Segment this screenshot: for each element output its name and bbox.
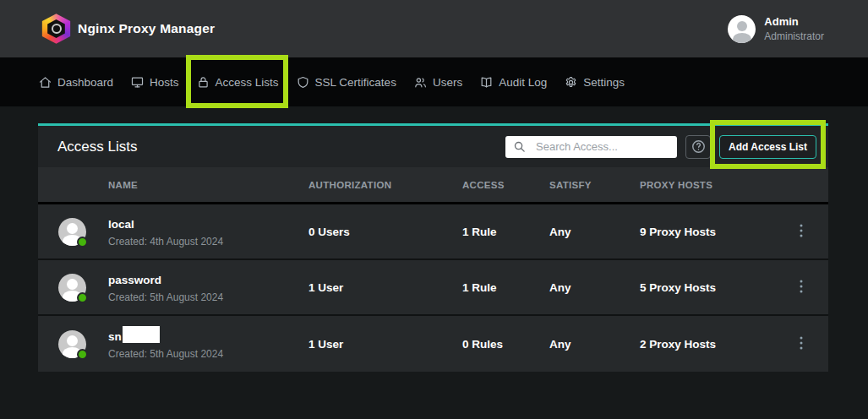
panel-title: Access Lists <box>57 139 137 155</box>
status-online-dot <box>77 349 88 360</box>
book-icon <box>479 75 494 90</box>
help-icon <box>691 139 707 155</box>
nav-settings[interactable]: Settings <box>564 75 625 90</box>
nav-audit-log[interactable]: Audit Log <box>479 75 547 90</box>
created-date: Created: 5th August 2024 <box>108 348 223 360</box>
table-body: local Created: 4th August 2024 0 Users 1… <box>38 204 828 372</box>
authorization-cell: 1 User <box>308 338 462 351</box>
home-icon <box>38 75 52 90</box>
satisfy-cell: Any <box>549 338 640 351</box>
table-row[interactable]: local Created: 4th August 2024 0 Users 1… <box>38 204 828 260</box>
row-menu-button[interactable] <box>800 336 803 352</box>
column-name: NAME <box>38 180 308 190</box>
nav-users[interactable]: Users <box>413 75 462 90</box>
search-icon <box>513 140 526 153</box>
access-lists-panel: Access Lists Add Access List NAME AUTHOR… <box>38 123 828 372</box>
satisfy-cell: Any <box>549 226 640 238</box>
app-title: Nginx Proxy Manager <box>78 21 215 36</box>
redaction-box <box>123 326 160 343</box>
help-button[interactable] <box>685 135 711 159</box>
kebab-icon <box>800 280 803 293</box>
add-access-list-button[interactable]: Add Access List <box>719 135 816 159</box>
access-cell: 1 Rule <box>462 281 549 294</box>
kebab-icon <box>800 336 803 350</box>
authorization-cell: 1 User <box>308 281 462 294</box>
access-cell: 0 Rules <box>462 338 549 351</box>
proxy-hosts-cell: 9 Proxy Hosts <box>640 226 782 238</box>
user-role: Administrator <box>764 30 824 42</box>
table-header: NAME AUTHORIZATION ACCESS SATISFY PROXY … <box>38 167 828 204</box>
access-cell: 1 Rule <box>462 226 549 238</box>
row-menu-button[interactable] <box>800 280 803 296</box>
column-satisfy: SATISFY <box>549 180 640 190</box>
app-logo <box>41 14 72 45</box>
lock-icon <box>196 75 210 90</box>
nav-ssl-certificates[interactable]: SSL Certificates <box>296 75 396 90</box>
nav-access-lists[interactable]: Access Lists <box>196 75 279 90</box>
created-date: Created: 4th August 2024 <box>108 236 223 248</box>
nav-dashboard[interactable]: Dashboard <box>38 75 113 90</box>
search-input[interactable] <box>536 140 669 153</box>
row-menu-button[interactable] <box>800 224 803 240</box>
access-list-name: password <box>108 274 161 286</box>
proxy-hosts-cell: 2 Proxy Hosts <box>640 338 782 351</box>
access-list-name: sn <box>108 330 122 343</box>
created-date: Created: 5th August 2024 <box>108 291 223 303</box>
user-menu[interactable]: Admin Administrator <box>728 15 824 43</box>
panel-header: Access Lists Add Access List <box>38 126 828 167</box>
monitor-icon <box>130 75 145 90</box>
status-online-dot <box>77 292 88 303</box>
user-avatar[interactable] <box>728 15 756 43</box>
proxy-hosts-cell: 5 Proxy Hosts <box>640 281 782 294</box>
authorization-cell: 0 Users <box>308 226 462 238</box>
kebab-icon <box>800 224 803 237</box>
column-proxy-hosts: PROXY HOSTS <box>640 180 782 190</box>
users-icon <box>413 75 428 90</box>
nav-hosts[interactable]: Hosts <box>130 75 179 90</box>
top-bar: Nginx Proxy Manager Admin Administrator <box>0 0 868 57</box>
shield-icon <box>296 75 310 90</box>
gear-icon <box>564 75 578 90</box>
table-row[interactable]: sn Created: 5th August 2024 1 User 0 Rul… <box>38 316 828 372</box>
user-name: Admin <box>764 15 824 28</box>
satisfy-cell: Any <box>549 281 640 294</box>
main-nav: Dashboard Hosts Access Lists SSL Certifi… <box>0 57 868 106</box>
access-list-name: local <box>108 218 134 231</box>
table-row[interactable]: password Created: 5th August 2024 1 User… <box>38 260 828 316</box>
status-online-dot <box>77 237 88 248</box>
column-authorization: AUTHORIZATION <box>308 180 462 190</box>
search-box[interactable] <box>505 136 677 158</box>
column-access: ACCESS <box>462 180 549 190</box>
